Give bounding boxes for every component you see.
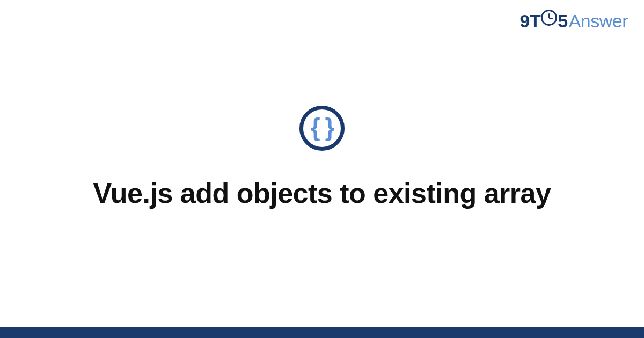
- footer-accent-bar: [0, 327, 644, 338]
- braces-icon: { }: [311, 115, 334, 139]
- question-title: Vue.js add objects to existing array: [93, 177, 551, 210]
- main-content: { } Vue.js add objects to existing array: [0, 0, 644, 338]
- topic-badge: { }: [299, 106, 345, 151]
